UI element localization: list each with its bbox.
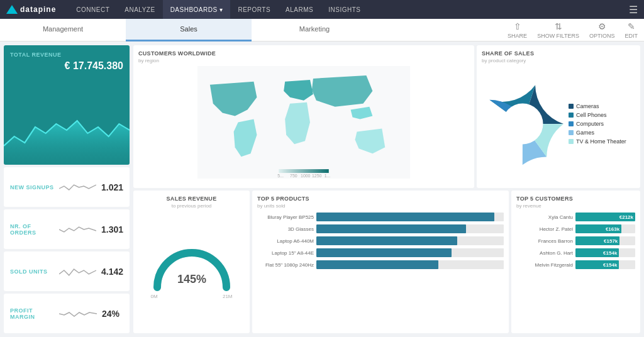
nav-reports[interactable]: REPORTS	[230, 0, 278, 19]
show-filters-button[interactable]: ⇅ SHOW FILTERS	[537, 21, 579, 39]
product-label-3: Laptop 15" A8-44E	[257, 250, 314, 256]
customers-worldwide-card: CUSTOMERS WORLDWIDE by region	[133, 45, 474, 188]
top5-customers-title: TOP 5 CUSTOMERS	[516, 196, 635, 202]
customer-name-2: Frances Barron	[516, 238, 573, 244]
product-row-0: Bluray Player BP525	[257, 213, 504, 221]
legend-computers: Computers	[569, 121, 638, 127]
customer-name-3: Ashton G. Hart	[516, 250, 573, 256]
customer-bar-wrap-3: €154k	[575, 248, 635, 257]
product-bar-4	[316, 260, 438, 269]
product-label-1: 3D Glasses	[257, 226, 314, 232]
kpi-sold-units-sparkline	[59, 265, 96, 278]
nav-menu-icon[interactable]: ☰	[629, 4, 638, 16]
nav-connect[interactable]: CONNECT	[69, 0, 117, 19]
customer-bar-wrap-0: €212k	[575, 213, 635, 221]
top5-products-subtitle: by units sold	[257, 203, 504, 209]
kpi-sold-units: SOLD UNITS 4.142	[4, 251, 130, 291]
products-bars: Bluray Player BP525 3D Glasses Laptop A6…	[257, 213, 504, 269]
total-revenue-card: TOTAL REVENUE € 17.745.380	[4, 45, 130, 165]
pie-chart-svg	[482, 83, 564, 165]
kpi-profit-margin: PROFIT MARGIN 24%	[4, 294, 130, 333]
sales-revenue-title: SALES REVENUE	[167, 196, 217, 202]
logo: datapine	[6, 5, 56, 14]
top5-customers-card: TOP 5 CUSTOMERS by revenue Xyla Cantu €2…	[511, 191, 640, 333]
sales-revenue-subtitle: to previous period	[172, 203, 212, 209]
right-area: CUSTOMERS WORLDWIDE by region	[133, 45, 640, 333]
customers-worldwide-subtitle: by region	[138, 58, 469, 64]
kpi-sold-units-label: SOLD UNITS	[10, 268, 54, 275]
kpi-nr-of-orders-value: 1.301	[101, 224, 123, 235]
product-track-1	[316, 224, 504, 233]
total-revenue-chart	[4, 102, 130, 165]
kpi-profit-margin-sparkline	[59, 307, 97, 320]
customer-bar-2: €157k	[575, 236, 619, 245]
kpi-nr-of-orders: NR. OF ORDERS 1.301	[4, 209, 130, 249]
bottom-row: SALES REVENUE to previous period 145% 0M…	[133, 191, 640, 333]
edit-icon: ✎	[628, 21, 635, 31]
customer-bar-4: €154k	[575, 260, 619, 269]
share-of-sales-content: Cameras Cell Phones Computers Games	[482, 66, 635, 181]
share-icon: ⇧	[514, 21, 521, 31]
top5-customers-subtitle: by revenue	[516, 203, 635, 209]
tab-actions: ⇧ SHARE ⇅ SHOW FILTERS ⚙ OPTIONS ✎ EDIT	[508, 21, 638, 39]
edit-button[interactable]: ✎ EDIT	[625, 21, 638, 39]
product-bar-3	[316, 248, 452, 257]
kpi-new-signups-sparkline	[59, 181, 96, 194]
customer-name-4: Melvin Fitzgerald	[516, 262, 573, 268]
tab-management[interactable]: Management	[0, 19, 126, 41]
kpi-profit-margin-label: PROFIT MARGIN	[10, 307, 54, 320]
logo-text: datapine	[20, 5, 56, 14]
product-label-4: Flat 55" 1080p 240Hz	[257, 262, 314, 268]
customer-name-0: Xyla Cantu	[516, 214, 573, 220]
customer-bar-3: €154k	[575, 248, 619, 257]
customers-worldwide-title: CUSTOMERS WORLDWIDE	[138, 50, 469, 57]
tab-sales[interactable]: Sales	[126, 19, 252, 41]
world-map-svg: 5... 750 1000 1250 1...	[138, 66, 469, 179]
tab-marketing[interactable]: Marketing	[252, 19, 377, 41]
share-of-sales-subtitle: by product category	[482, 58, 635, 64]
nav-alarms[interactable]: ALARMS	[278, 0, 321, 19]
svg-text:1250: 1250	[312, 174, 322, 178]
svg-text:5...: 5...	[277, 174, 284, 178]
svg-text:750: 750	[290, 174, 297, 178]
customer-name-1: Hector Z. Patel	[516, 226, 573, 232]
nav-insights[interactable]: INSIGHTS	[321, 0, 368, 19]
svg-text:1000: 1000	[301, 174, 311, 178]
nav-analyze[interactable]: ANALYZE	[117, 0, 162, 19]
customer-bar-wrap-2: €157k	[575, 236, 635, 245]
legend-cell-phones-dot	[569, 113, 574, 118]
logo-icon	[6, 5, 18, 14]
kpi-new-signups-label: NEW SIGNUPS	[10, 184, 54, 191]
top5-products-title: TOP 5 PRODUCTS	[257, 196, 504, 202]
kpi-nr-of-orders-sparkline	[59, 223, 96, 236]
legend-cell-phones: Cell Phones	[569, 112, 638, 118]
legend-cameras: Cameras	[569, 103, 638, 109]
product-row-1: 3D Glasses	[257, 224, 504, 233]
customer-bar-wrap-1: €163k	[575, 224, 635, 233]
kpi-nr-of-orders-label: NR. OF ORDERS	[10, 223, 54, 236]
kpi-new-signups-value: 1.021	[101, 182, 123, 192]
legend-games: Games	[569, 130, 638, 136]
product-track-0	[316, 213, 504, 221]
product-row-4: Flat 55" 1080p 240Hz	[257, 260, 504, 269]
kpi-new-signups: NEW SIGNUPS 1.021	[4, 167, 130, 207]
gauge-wrap: 145% 0M 21M	[148, 211, 236, 328]
product-bar-0	[316, 213, 494, 221]
main-content: TOTAL REVENUE € 17.745.380 NEW SIGNUPS	[0, 41, 644, 337]
product-row-3: Laptop 15" A8-44E	[257, 248, 504, 257]
options-button[interactable]: ⚙ OPTIONS	[589, 21, 615, 39]
product-label-2: Laptop A6-440M	[257, 238, 314, 244]
product-track-4	[316, 260, 504, 269]
product-row-2: Laptop A6-440M	[257, 236, 504, 245]
kpi-profit-margin-value: 24%	[102, 309, 119, 319]
filters-icon: ⇅	[555, 21, 562, 31]
customer-bar-1: €163k	[575, 224, 621, 233]
svg-marker-0	[6, 5, 18, 14]
share-button[interactable]: ⇧ SHARE	[508, 21, 527, 39]
customer-bar-wrap-4: €154k	[575, 260, 635, 269]
svg-rect-2	[279, 169, 329, 173]
nav-dashboards[interactable]: DASHBOARDS ▾	[163, 0, 231, 19]
product-track-2	[316, 236, 504, 245]
pie-legend: Cameras Cell Phones Computers Games	[569, 103, 638, 145]
product-bar-2	[316, 236, 457, 245]
